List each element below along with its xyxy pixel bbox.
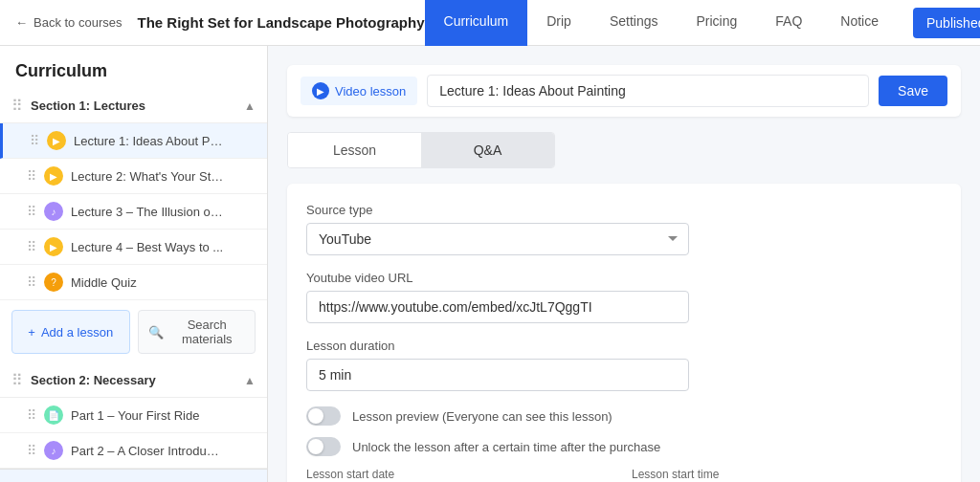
date-time-row: Lesson start date 📅 Lesson start time ⏰ xyxy=(306,468,942,482)
lesson-name: Lecture 1: Ideas About Pai... xyxy=(74,134,227,148)
top-nav: ← Back to courses The Right Set for Land… xyxy=(0,0,980,46)
lesson-drag-handle: ⠿ xyxy=(30,133,39,148)
lesson-start-time-group: Lesson start time ⏰ xyxy=(632,468,942,482)
toggle-unlock-row: Unlock the lesson after a certain time a… xyxy=(306,437,942,456)
toggle-unlock-label: Unlock the lesson after a certain time a… xyxy=(352,440,660,454)
section1-label: Section 1: Lectures xyxy=(31,99,244,113)
back-arrow-icon: ← xyxy=(15,15,28,30)
back-to-courses-label: Back to courses xyxy=(33,15,122,30)
lesson-item[interactable]: ⠿ 📄 Part 1 – Your First Ride xyxy=(0,398,267,433)
lesson-title-bar: ▶ Video lesson Save xyxy=(287,65,961,117)
lesson-duration-group: Lesson duration xyxy=(306,339,942,391)
lesson-drag-handle: ⠿ xyxy=(27,204,36,219)
tab-notice[interactable]: Notice xyxy=(821,0,898,46)
toggle-preview-knob xyxy=(308,408,323,424)
lesson-name: Lecture 2: What's Your Sto... xyxy=(71,169,224,184)
tab-pricing[interactable]: Pricing xyxy=(677,0,756,46)
toggle-preview-row: Lesson preview (Everyone can see this le… xyxy=(306,406,942,426)
content-area: ▶ Video lesson Save Lesson Q&A Source ty… xyxy=(268,46,980,482)
video-icon: ▶ xyxy=(47,131,66,150)
lesson-name: Lecture 3 – The Illusion of ... xyxy=(71,205,224,219)
lesson-item[interactable]: ⠿ ? Middle Quiz xyxy=(0,265,267,300)
youtube-url-group: Youtube video URL xyxy=(306,271,942,323)
doc-icon: 📄 xyxy=(44,405,63,425)
back-to-courses-link[interactable]: ← Back to courses xyxy=(15,15,122,30)
nav-tabs: Curriculum Drip Settings Pricing FAQ Not… xyxy=(425,0,898,46)
lesson-drag-handle: ⠿ xyxy=(27,274,36,290)
audio-icon: ♪ xyxy=(44,202,63,221)
lesson-name: Middle Quiz xyxy=(71,275,137,290)
video-badge-label: Video lesson xyxy=(335,84,406,99)
published-label: Published xyxy=(926,15,980,31)
tab-qa[interactable]: Q&A xyxy=(421,133,554,167)
toggle-unlock-knob xyxy=(308,439,323,454)
lesson-drag-handle: ⠿ xyxy=(27,407,36,423)
lesson-item[interactable]: ⠿ ▶ Lecture 1: Ideas About Pai... xyxy=(0,123,267,159)
tab-settings[interactable]: Settings xyxy=(590,0,678,46)
section1-header[interactable]: ⠿ Section 1: Lectures ▲ xyxy=(0,89,267,123)
new-section-bar[interactable]: + New section xyxy=(0,469,267,482)
toggle-unlock[interactable] xyxy=(306,437,341,456)
lesson-name: Part 1 – Your First Ride xyxy=(71,408,199,423)
section2-chevron-icon[interactable]: ▲ xyxy=(244,374,256,387)
tab-curriculum[interactable]: Curriculum xyxy=(425,0,528,46)
lesson-item[interactable]: ⠿ ♪ Lecture 3 – The Illusion of ... xyxy=(0,194,267,230)
tab-lesson[interactable]: Lesson xyxy=(288,133,421,167)
lesson-drag-handle: ⠿ xyxy=(27,443,36,458)
main-layout: Curriculum ⠿ Section 1: Lectures ▲ ⠿ ▶ L… xyxy=(0,46,980,482)
lesson-start-date-label: Lesson start date xyxy=(306,468,616,481)
audio-icon: ♪ xyxy=(44,441,63,460)
lesson-name: Part 2 – A Closer Introduct... xyxy=(71,444,224,458)
section1-drag-handle: ⠿ xyxy=(11,97,23,115)
plus-icon: + xyxy=(28,325,35,340)
lesson-item[interactable]: ⠿ ▶ Lecture 4 – Best Ways to ... xyxy=(0,230,267,265)
lesson-start-date-group: Lesson start date 📅 xyxy=(306,468,616,482)
add-lesson-label: Add a lesson xyxy=(41,325,113,340)
lesson-name: Lecture 4 – Best Ways to ... xyxy=(71,240,223,254)
toggle-preview[interactable] xyxy=(306,406,341,426)
video-icon: ▶ xyxy=(44,237,63,256)
section1-chevron-icon[interactable]: ▲ xyxy=(244,99,256,113)
sidebar: Curriculum ⠿ Section 1: Lectures ▲ ⠿ ▶ L… xyxy=(0,46,268,482)
lesson-drag-handle: ⠿ xyxy=(27,168,36,184)
lesson-duration-label: Lesson duration xyxy=(306,339,942,353)
source-type-label: Source type xyxy=(306,203,942,217)
source-type-group: Source type YouTube xyxy=(306,203,942,255)
lesson-item[interactable]: ⠿ ▶ Lecture 2: What's Your Sto... xyxy=(0,159,267,194)
lesson-start-time-label: Lesson start time xyxy=(632,468,942,481)
search-materials-label: Search materials xyxy=(169,318,246,346)
section2-label: Section 2: Necessary xyxy=(31,373,244,387)
course-title: The Right Set for Landscape Photography xyxy=(138,14,425,31)
add-lesson-button[interactable]: + Add a lesson xyxy=(11,310,130,354)
section1-actions: + Add a lesson 🔍 Search materials xyxy=(0,300,267,363)
tab-drip[interactable]: Drip xyxy=(527,0,590,46)
toggle-preview-label: Lesson preview (Everyone can see this le… xyxy=(352,409,612,424)
youtube-url-input[interactable] xyxy=(306,291,689,323)
video-lesson-badge: ▶ Video lesson xyxy=(301,77,417,105)
source-type-select[interactable]: YouTube xyxy=(306,223,689,255)
tab-faq[interactable]: FAQ xyxy=(756,0,821,46)
curriculum-title: Curriculum xyxy=(15,61,252,81)
save-top-button[interactable]: Save xyxy=(879,76,947,106)
lesson-duration-input[interactable] xyxy=(306,359,689,391)
video-icon: ▶ xyxy=(44,166,63,186)
form-card: Source type YouTube Youtube video URL Le… xyxy=(287,184,961,482)
section2-header[interactable]: ⠿ Section 2: Necessary ▲ xyxy=(0,363,267,398)
sidebar-header: Curriculum xyxy=(0,46,267,89)
lesson-item[interactable]: ⠿ ♪ Part 2 – A Closer Introduct... xyxy=(0,433,267,469)
nav-actions: Published ▼ View xyxy=(913,7,980,39)
play-circle-icon: ▶ xyxy=(312,82,329,99)
search-icon: 🔍 xyxy=(148,325,164,340)
section2-drag-handle: ⠿ xyxy=(11,371,23,389)
quiz-icon: ? xyxy=(44,273,63,292)
lesson-drag-handle: ⠿ xyxy=(27,239,36,254)
youtube-url-label: Youtube video URL xyxy=(306,271,942,285)
lesson-tabs: Lesson Q&A xyxy=(287,132,555,168)
published-button[interactable]: Published ▼ xyxy=(913,8,980,38)
search-materials-button[interactable]: 🔍 Search materials xyxy=(138,310,256,354)
lesson-title-input[interactable] xyxy=(427,75,869,107)
